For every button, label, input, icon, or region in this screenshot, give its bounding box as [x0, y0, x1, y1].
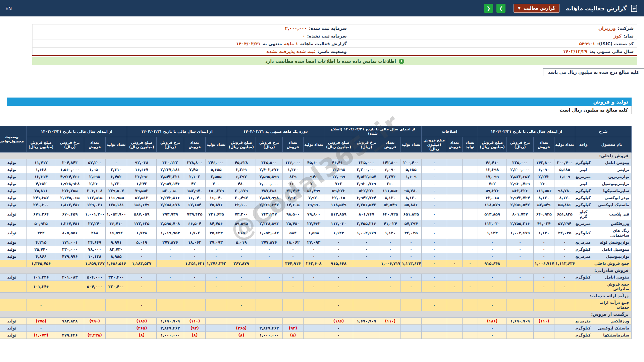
value-cell	[156, 299, 184, 311]
nav-forward-button[interactable]: ❯	[496, 4, 505, 13]
value-cell: ۱,۰۱۹,۹۵۳	[156, 227, 184, 239]
language-toggle[interactable]: EN	[5, 6, 12, 11]
value-cell: ۶۴۰,۹۲۵	[380, 208, 400, 220]
value-cell: ۷۳۱,۶۲۵	[205, 208, 227, 220]
info-value: ۱۴۰۲/۱۲/۲۹	[563, 49, 587, 54]
value-cell: ۰	[421, 299, 447, 311]
value-cell: ۱۶,۵۹۴	[105, 227, 127, 239]
value-cell: ۰	[554, 274, 575, 281]
value-cell: ۲,۸۴۹,۴۶۲	[256, 325, 282, 332]
value-cell: ۰	[554, 281, 575, 293]
table-row: پرایمربیتوسیللیتر۰۲۶۰۲,۹۳۰,۷۶۹۷۶۲۰۰۲۶۰۲,…	[0, 180, 632, 187]
value-cell: ۰	[324, 239, 353, 246]
company-info: شرکت:ورزیرانسرمایه ثبت شده:۲,۰۰۰,۰۰۰نماد…	[32, 24, 637, 55]
value-cell: (۸)	[227, 332, 256, 339]
value-cell: ۷,۹۲۰	[282, 194, 303, 201]
value-cell: ۶۴۰,۹۲۵	[534, 208, 554, 220]
value-cell	[507, 299, 534, 311]
value-cell: ۲۷,۰۹۳	[205, 239, 227, 246]
value-cell: ۰	[478, 239, 506, 246]
header-column-row: نام محصولواحدتعداد تولیدتعداد فروشنرخ فر…	[0, 137, 632, 153]
value-cell: ۹۱۵,۶۴۸	[324, 260, 353, 267]
value-cell: ۷,۹۲۰	[303, 194, 324, 201]
table-row: سایرماستیکهاکیلوگرم۹۸,۷۸۰۱۱۱,۵۵۶۵۳۲,۲۲۶۵…	[0, 187, 632, 194]
value-cell: ۱۱,۷۱۷	[26, 159, 56, 166]
value-cell: (۹۳)	[184, 325, 205, 332]
status-cell: تولید	[0, 227, 26, 239]
value-cell	[380, 299, 400, 311]
value-cell: ۰	[256, 246, 282, 253]
value-cell: (۸)	[282, 332, 303, 339]
value-cell: ۲۰۴,۸۴۳	[56, 159, 84, 166]
value-cell: ۰	[554, 246, 575, 253]
value-cell	[462, 239, 478, 246]
value-cell	[447, 332, 462, 339]
value-cell	[462, 253, 478, 260]
info-value: ۱۴۰۴/۰۳/۳۱	[236, 41, 261, 46]
value-cell: ۰	[26, 325, 56, 332]
value-cell: ۰	[205, 246, 227, 253]
report-type-dropdown[interactable]: گزارش فعالیت ▼	[514, 4, 559, 13]
value-cell: ۲۷,۴۶۲	[303, 220, 324, 227]
value-cell: ۱,۱۲۳	[478, 227, 506, 239]
value-cell: ۰	[282, 274, 303, 281]
value-cell: ۱۵۱,۶۷۹	[127, 201, 156, 208]
value-cell: ۵,۰۱۹	[227, 239, 256, 246]
value-cell	[507, 325, 534, 332]
group-header: دوره یک ماهه منتهی به ۱۴۰۴/۰۳/۳۱	[227, 126, 324, 137]
value-cell: ۴,۲۱۵	[26, 239, 56, 246]
value-cell: ۲,۹۵۷,۱۴۳	[156, 180, 184, 187]
value-cell: ۲۰۰,۴۰۰	[554, 159, 575, 166]
value-cell: ۱۴۲,۸۰۰	[380, 159, 400, 166]
value-cell: ۲۷,۰۹۳	[303, 239, 324, 246]
value-cell: (۱۱۰)	[534, 318, 554, 325]
value-cell: ۲,۵۸۷,۹۹۸	[256, 194, 282, 201]
value-cell: ۲۵,۷۴۰	[26, 246, 56, 253]
value-cell: ۲,۲۵۸,۶۷۸	[156, 201, 184, 208]
value-cell: ۲۰,۱۷۹	[227, 187, 256, 194]
value-cell: ۲,۹۳۰,۷۶۹	[507, 180, 534, 187]
value-cell: ۴۱,۴۱۴	[282, 187, 303, 194]
column-header: نرخ فروش (ریال)	[256, 137, 282, 153]
section-title: تولید و فروش	[593, 99, 628, 105]
value-cell: ۱۶۰	[282, 180, 303, 187]
column-header: تعداد فروش	[84, 137, 105, 153]
value-cell: ۰	[127, 253, 156, 260]
value-cell	[56, 260, 84, 267]
value-cell	[353, 281, 380, 293]
column-header: تعداد فروش	[380, 137, 400, 153]
value-cell: ۱,۳۴۵,۷۵۶	[26, 260, 56, 267]
value-cell	[447, 173, 462, 180]
value-cell: ۳۲,۰۱۵	[478, 194, 506, 201]
value-cell: ۳,۴۵۳	[105, 173, 127, 180]
value-cell	[84, 299, 105, 311]
value-cell: ۲,۲۶۶,۳۴۷	[256, 201, 282, 208]
value-cell: ۷۹۳,۹۳۹	[156, 208, 184, 220]
value-cell: ۷۶۲	[324, 180, 353, 187]
value-cell: ۰	[421, 239, 447, 246]
value-cell: ۱,۱۲۳	[324, 227, 353, 239]
value-cell: ۰	[156, 274, 184, 281]
value-cell: (۱,۰۷۳)	[26, 332, 56, 339]
value-cell: ۷۸,۰۰۰	[84, 246, 105, 253]
column-header: نرخ فروش (ریال)	[353, 137, 380, 153]
value-cell: ۰	[184, 253, 205, 260]
value-cell: ۵,۶۸۵	[400, 166, 421, 173]
nav-back-button[interactable]: ❮	[484, 4, 493, 13]
value-cell: ۱,۶۹۰,۹۰۹	[353, 318, 380, 325]
value-cell	[447, 318, 462, 325]
unit-cell: مترمربع	[575, 220, 592, 227]
value-cell: ۱۳,۳۱۴	[26, 173, 56, 180]
value-cell	[156, 260, 184, 267]
value-cell: ۱۸,۰۶۲	[184, 239, 205, 246]
value-cell: ۰	[400, 239, 421, 246]
value-cell	[447, 159, 462, 166]
value-cell: ۵۵,۸۸۶	[400, 201, 421, 208]
value-cell: ۲۷۸,۸۰۰	[184, 159, 205, 166]
info-label: وضعیت ناشر:	[317, 49, 346, 54]
info-label: شرکت:	[618, 26, 634, 31]
info-label: سرمایه ثبت شده:	[309, 26, 347, 31]
unit-note-button[interactable]: کلیه مبالغ درج شده به میلیون ریال می باش…	[543, 68, 644, 76]
product-name-cell: جمع فروش داخلی	[592, 260, 632, 267]
value-cell	[184, 299, 205, 311]
